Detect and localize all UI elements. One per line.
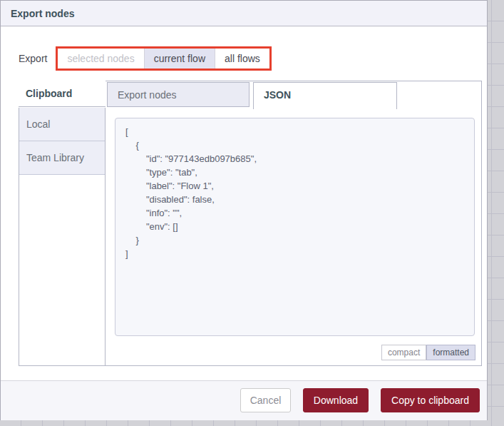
tab-export-nodes[interactable]: Export nodes bbox=[107, 82, 250, 107]
library-panel: Clipboard Export nodes JSON Local Team L… bbox=[19, 81, 482, 366]
clipboard-header: Clipboard bbox=[26, 81, 72, 107]
download-button[interactable]: Download bbox=[303, 388, 369, 412]
tab-json[interactable]: JSON bbox=[253, 82, 397, 109]
format-toggle-group: compact formatted bbox=[381, 345, 475, 360]
formatted-button[interactable]: formatted bbox=[426, 345, 475, 360]
json-code-area[interactable]: [ { "id": "977143edb097b685", "type": "t… bbox=[115, 118, 475, 336]
compact-button[interactable]: compact bbox=[381, 345, 426, 360]
export-scope-row: Export selected nodes current flow all f… bbox=[19, 44, 272, 73]
export-nodes-dialog: Export nodes Export selected nodes curre… bbox=[0, 0, 488, 420]
dialog-title: Export nodes bbox=[1, 1, 487, 26]
tab-strip: Export nodes JSON bbox=[106, 81, 482, 108]
json-code-text: [ { "id": "977143edb097b685", "type": "t… bbox=[125, 125, 464, 260]
sidebar-item-local[interactable]: Local bbox=[19, 108, 105, 141]
library-sidebar: Local Team Library bbox=[19, 108, 106, 366]
cancel-button[interactable]: Cancel bbox=[240, 388, 291, 412]
workspace-background: Export nodes Export selected nodes curre… bbox=[0, 0, 504, 426]
annotation-highlight-box: selected nodes current flow all flows bbox=[56, 46, 271, 71]
option-current-flow[interactable]: current flow bbox=[144, 49, 215, 69]
option-all-flows[interactable]: all flows bbox=[215, 49, 269, 69]
sidebar-item-team-library[interactable]: Team Library bbox=[19, 141, 105, 175]
json-tab-content: [ { "id": "977143edb097b685", "type": "t… bbox=[106, 108, 482, 366]
copy-to-clipboard-button[interactable]: Copy to clipboard bbox=[381, 388, 480, 412]
panel-top-bar: Clipboard Export nodes JSON bbox=[19, 81, 482, 107]
option-selected-nodes[interactable]: selected nodes bbox=[58, 49, 143, 69]
dialog-footer: Cancel Download Copy to clipboard bbox=[1, 380, 487, 420]
export-label: Export bbox=[19, 53, 47, 64]
